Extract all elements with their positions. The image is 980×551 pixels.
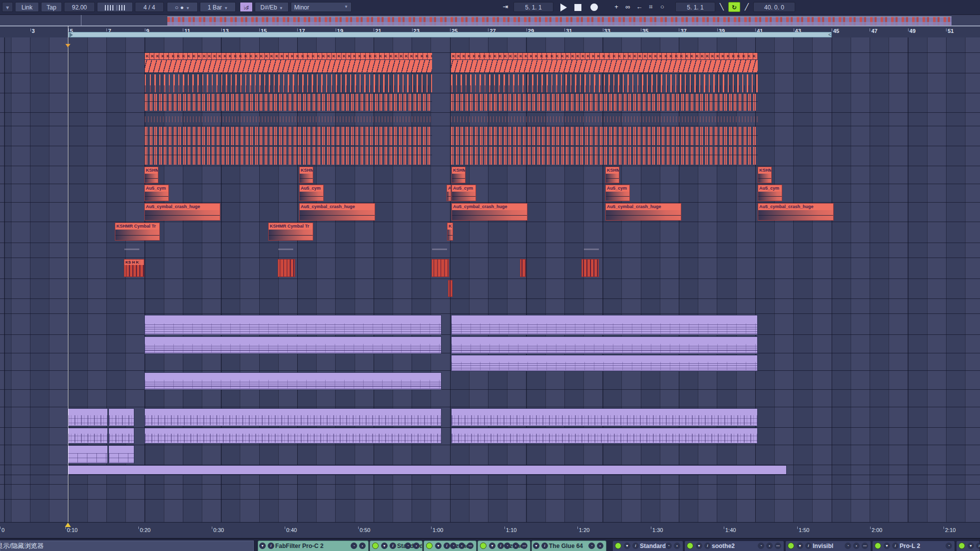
midi-clip[interactable] [108, 445, 134, 464]
session-record-brackets-icon[interactable]: ⌗ [646, 2, 656, 12]
device-fold-icon[interactable]: ▼ [533, 543, 539, 549]
audio-clip-stripes[interactable] [451, 116, 758, 122]
tap-tempo-button[interactable]: Tap [41, 2, 62, 12]
chopped-audio-clip-row[interactable]: KKKKKKKKKKKKKKKKKKKKKKKKKKKKKKKKKKKKKKKK… [145, 53, 432, 72]
device-on-led[interactable] [875, 543, 881, 549]
audio-clip-chops[interactable] [432, 259, 449, 277]
device-dial-icon[interactable]: ◔ [504, 543, 510, 549]
audio-clip[interactable]: Au5_cymbal_crash_huge [605, 203, 681, 221]
device-save-icon[interactable]: ▪ [766, 543, 773, 549]
audio-clip[interactable]: KSHM [605, 167, 619, 183]
device-fold-icon[interactable]: ▼ [884, 543, 890, 549]
audio-clip[interactable]: KSHM [452, 167, 466, 183]
midi-clip[interactable] [451, 315, 758, 335]
scale-name-menu[interactable]: Minor▼ [291, 2, 352, 12]
midi-clip[interactable] [108, 428, 134, 444]
audio-clip-chops[interactable] [520, 259, 526, 277]
device-header[interactable]: ▼/Invisibl◔▪⋯ [785, 541, 871, 551]
punch-in-icon[interactable]: ╲ [717, 2, 726, 12]
playhead-triangle-icon[interactable] [65, 523, 71, 527]
audio-clip-stripes[interactable] [145, 74, 432, 92]
audio-clip-stripes[interactable] [451, 74, 758, 92]
capture-midi-icon[interactable]: ○ [657, 2, 667, 12]
audio-clip[interactable]: Au5_cymbal_crash_huge [299, 203, 375, 221]
audio-clip[interactable]: Au5_cym [144, 185, 169, 201]
device-dial-icon[interactable]: ◔ [758, 543, 764, 549]
device-wrench-icon[interactable]: / [892, 543, 899, 549]
device-on-led[interactable] [480, 543, 487, 549]
device-header[interactable]: ▼/Ozone◔▪⋯ [478, 541, 530, 551]
device-wrench-icon[interactable]: / [704, 543, 711, 549]
device-dial-icon[interactable]: ◔ [588, 543, 595, 549]
midi-clip[interactable] [144, 315, 442, 335]
device-header[interactable]: ▼/StandardC◔▪ [370, 541, 423, 551]
audio-clip[interactable]: KSHMR Cymbal Tr [115, 223, 160, 241]
follow-button[interactable]: ⇥ [499, 2, 511, 12]
midi-clip[interactable] [451, 355, 758, 371]
device-fold-icon[interactable]: ▼ [696, 543, 702, 549]
device-more-icon[interactable]: ⋯ [521, 543, 527, 549]
audio-clip-stripes[interactable] [145, 94, 432, 111]
loop-length-field[interactable]: 40. 0. 0 [753, 2, 795, 12]
device-dial-icon[interactable]: ◔ [845, 543, 851, 549]
tempo-field[interactable]: 92.00 [64, 2, 95, 12]
device-dial-icon[interactable]: ◔ [351, 543, 357, 549]
device-dial-icon[interactable]: ◔ [450, 543, 457, 549]
midi-clip[interactable] [451, 428, 758, 444]
link-button[interactable]: Link [15, 2, 39, 12]
audio-clip[interactable]: Au5_cym [452, 185, 476, 201]
midi-clip[interactable] [67, 445, 108, 464]
midi-clip[interactable] [67, 465, 787, 475]
groove-amount-control[interactable]: ○ ●▼ [167, 2, 198, 12]
midi-clip[interactable] [144, 336, 442, 354]
chopped-audio-clip-row[interactable]: KKKKKKKKKKKKKKKKKKKKKKKKKKKKKKKKKKKKKKKK… [451, 53, 758, 72]
device-fold-icon[interactable]: ▼ [381, 543, 388, 549]
audio-clip-stripes[interactable] [451, 94, 758, 111]
loop-start-field[interactable]: 5. 1. 1 [675, 2, 715, 12]
stop-button[interactable] [574, 4, 581, 11]
midi-clip[interactable] [144, 428, 442, 444]
audio-clip-stripes[interactable] [145, 147, 432, 165]
overview-song-content[interactable] [167, 16, 952, 25]
device-header[interactable]: ▼/The Glue 64◔▪ [531, 541, 606, 551]
audio-clip[interactable]: Au5_cym [299, 185, 324, 201]
device-on-led[interactable] [426, 543, 433, 549]
audio-clip-stripes[interactable] [145, 116, 432, 122]
midi-clip[interactable] [451, 408, 758, 426]
audio-clip-stripes[interactable] [451, 127, 758, 145]
device-header[interactable]: ▼/Ozone◔▪⋯ [424, 541, 477, 551]
device-fold-icon[interactable]: ▼ [968, 543, 974, 549]
record-button[interactable] [590, 3, 598, 11]
time-signature-field[interactable]: 4 / 4 [135, 2, 164, 12]
arrangement-position-field[interactable]: 5. 1. 1 [513, 2, 553, 12]
device-wrench-icon[interactable]: / [541, 543, 548, 549]
arrangement-canvas[interactable]: KKKKKKKKKKKKKKKKKKKKKKKKKKKKKKKKKKKKKKKK… [0, 37, 980, 522]
device-save-icon[interactable]: ▪ [359, 543, 366, 549]
midi-clip[interactable] [67, 428, 108, 444]
device-on-led[interactable] [788, 543, 794, 549]
loop-end-marker-icon[interactable]: < [828, 32, 831, 37]
audio-clip[interactable]: KSHM [299, 167, 313, 183]
audio-clip[interactable]: Au5_cymbal_crash_huge [452, 203, 527, 221]
arrangement-overview[interactable] [0, 14, 980, 26]
device-header[interactable]: ▼/soothe2◔▪⋯ [684, 541, 784, 551]
device-wrench-icon[interactable]: / [268, 543, 274, 549]
device-wrench-icon[interactable]: / [976, 543, 980, 549]
loop-start-marker-icon[interactable] [69, 32, 73, 37]
device-save-icon[interactable]: ▪ [512, 543, 519, 549]
device-dial-icon[interactable]: ◔ [665, 543, 672, 549]
loop-brace[interactable]: < [68, 32, 832, 37]
time-ruler[interactable]: 00:100:200:300:400:501:001:101:201:301:4… [0, 522, 980, 539]
audio-clip-chops[interactable] [448, 280, 453, 297]
quantize-menu[interactable]: 1 Bar▼ [200, 2, 236, 12]
loop-switch[interactable]: ↻ [728, 2, 740, 12]
audio-clip[interactable]: Au5_cym [605, 185, 630, 201]
play-button[interactable] [560, 3, 567, 11]
device-fold-icon[interactable]: ▼ [624, 543, 630, 549]
punch-out-icon[interactable]: ╱ [742, 2, 751, 12]
device-more-icon[interactable]: ⋯ [775, 543, 781, 549]
audio-clip[interactable]: Au5_cymbal_crash_huge [758, 203, 834, 221]
device-more-icon[interactable]: ⋯ [862, 543, 868, 549]
audio-clip[interactable]: A [447, 185, 451, 201]
device-fold-icon[interactable]: ▼ [797, 543, 803, 549]
